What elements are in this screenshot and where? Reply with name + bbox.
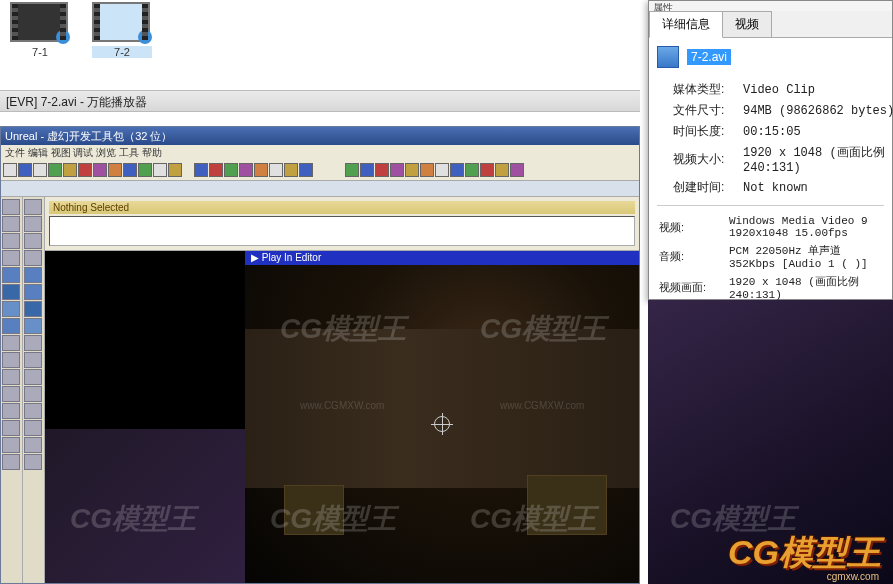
udk-mode-toolbar[interactable] bbox=[1, 197, 23, 583]
video-thumb-icon bbox=[10, 2, 68, 42]
cg-logo-url: cgmxw.com bbox=[827, 571, 879, 582]
thumb-label: 7-2 bbox=[92, 46, 152, 58]
crosshair-icon bbox=[434, 416, 450, 432]
play-icon bbox=[138, 30, 152, 44]
udk-menubar[interactable]: 文件 编辑 视图 调试 浏览 工具 帮助 bbox=[1, 145, 639, 161]
thumb-label: 7-1 bbox=[10, 46, 70, 58]
udk-toolbar-2[interactable] bbox=[1, 181, 639, 197]
udk-toolbar[interactable] bbox=[1, 161, 639, 181]
play-icon bbox=[56, 30, 70, 44]
selection-panel-header: Nothing Selected bbox=[49, 201, 635, 214]
video-thumb-icon bbox=[92, 2, 150, 42]
viewport-title: ▶ Play In Editor bbox=[245, 251, 639, 265]
viewport-front[interactable] bbox=[45, 429, 245, 583]
file-name[interactable]: 7-2.avi bbox=[687, 49, 731, 65]
udk-brush-toolbar[interactable] bbox=[23, 197, 45, 583]
viewports: ▶ Play In Editor bbox=[45, 251, 639, 583]
file-header: 7-2.avi bbox=[657, 46, 884, 68]
selection-panel-body bbox=[49, 216, 635, 246]
selection-panel: Nothing Selected bbox=[45, 197, 639, 251]
video-file-icon bbox=[657, 46, 679, 68]
props-table-1: 媒体类型:Video Clip 文件尺寸:94MB (98626862 byte… bbox=[671, 78, 893, 199]
cg-logo: CG模型王 bbox=[728, 530, 881, 576]
tab-video[interactable]: 视频 bbox=[722, 11, 772, 37]
udk-titlebar[interactable]: Unreal - 虚幻开发工具包（32 位） bbox=[1, 127, 639, 145]
props-tabs: 详细信息 视频 bbox=[649, 11, 892, 38]
properties-window: 属性 详细信息 视频 7-2.avi 媒体类型:Video Clip 文件尺寸:… bbox=[648, 0, 893, 300]
thumbnail-7-1[interactable]: 7-1 bbox=[10, 2, 70, 58]
player-titlebar: [EVR] 7-2.avi - 万能播放器 bbox=[0, 90, 640, 112]
thumbnail-7-2[interactable]: 7-2 bbox=[92, 2, 152, 58]
thumbnail-strip: 7-1 7-2 bbox=[0, 0, 180, 75]
viewport-perspective[interactable]: ▶ Play In Editor bbox=[245, 251, 639, 583]
viewport-top[interactable] bbox=[45, 251, 245, 429]
props-titlebar[interactable]: 属性 bbox=[649, 1, 892, 11]
game-scene[interactable] bbox=[245, 265, 639, 583]
tab-detail[interactable]: 详细信息 bbox=[649, 11, 723, 38]
udk-editor-window: Unreal - 虚幻开发工具包（32 位） 文件 编辑 视图 调试 浏览 工具… bbox=[0, 126, 640, 584]
